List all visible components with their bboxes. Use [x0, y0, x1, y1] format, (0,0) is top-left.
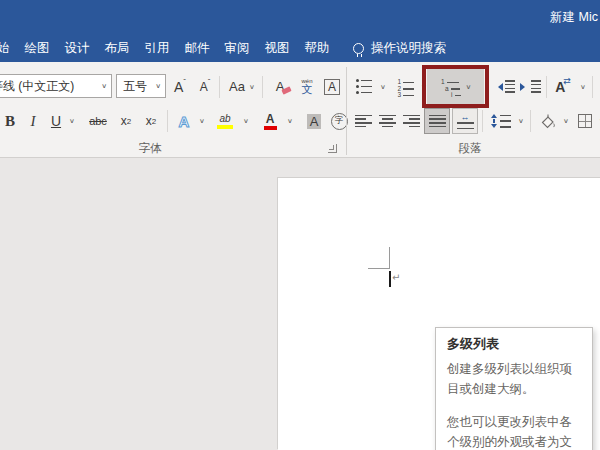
tab-layout[interactable]: 布局 — [97, 40, 137, 57]
word-window: 新建 Mic 开始 绘图 设计 布局 引用 邮件 审阅 视图 帮助 操作说明搜索… — [0, 0, 600, 450]
click-position-guide-horizontal — [368, 268, 390, 269]
tab-design[interactable]: 设计 — [57, 40, 97, 57]
chevron-down-icon: ∨ — [580, 83, 586, 89]
align-center-icon — [379, 115, 396, 128]
divider — [592, 76, 593, 98]
highlight-yellow-bar — [217, 125, 233, 129]
bullet-list-icon — [356, 79, 372, 94]
divider — [167, 110, 168, 132]
superscript-2: 2 — [152, 117, 156, 126]
bullets-button[interactable] — [351, 73, 377, 100]
paragraph-group-label: 段落 — [380, 141, 560, 156]
paint-bucket-icon — [539, 113, 556, 130]
font-color-button[interactable]: A — [258, 107, 282, 135]
group-divider — [346, 67, 347, 155]
grow-font-button[interactable]: A ˆ — [168, 73, 192, 100]
align-center-button[interactable] — [376, 107, 398, 135]
bold-button[interactable]: B — [0, 107, 20, 135]
strikethrough-button[interactable]: abc — [84, 107, 112, 135]
underline-dropdown[interactable]: ∨ — [66, 107, 78, 135]
chevron-down-icon: ∨ — [518, 118, 524, 124]
multilevel-list-tooltip: 多级列表 创建多级列表以组织项目或创建大纲。 您也可以更改列表中各个级别的外观或… — [435, 327, 593, 450]
numbering-button[interactable]: 1 2 3 — [392, 73, 418, 100]
bullets-dropdown[interactable]: ∨ — [377, 73, 389, 100]
ribbon-tab-bar: 开始 绘图 设计 布局 引用 邮件 审阅 视图 帮助 操作说明搜索 — [0, 35, 600, 62]
tab-mailings[interactable]: 邮件 — [177, 40, 217, 57]
tell-me-search[interactable]: 操作说明搜索 — [353, 40, 446, 57]
justify-icon — [429, 115, 446, 128]
paragraph-mark: ↵ — [392, 272, 400, 283]
font-color-dropdown[interactable]: ∨ — [284, 107, 296, 135]
divider — [262, 76, 263, 98]
tab-references[interactable]: 引用 — [137, 40, 177, 57]
clear-formatting-button[interactable]: A — [266, 73, 294, 100]
distribute-lines-icon — [457, 122, 474, 129]
decrease-indent-button[interactable] — [492, 73, 516, 100]
swap-arrows-icon: ⇄ — [563, 76, 571, 86]
chevron-down-icon: ∨ — [563, 118, 569, 124]
underline-button[interactable]: U — [46, 107, 66, 135]
italic-button[interactable]: I — [24, 107, 42, 135]
highlight-dropdown[interactable]: ∨ — [240, 107, 252, 135]
shading-button[interactable] — [534, 107, 560, 135]
borders-dropdown[interactable]: ∨ — [596, 107, 600, 135]
shrink-font-glyph: A — [200, 80, 208, 94]
asian-layout-button[interactable]: A ⇄ — [551, 73, 577, 100]
increase-indent-button[interactable] — [518, 73, 542, 100]
character-border-button[interactable]: A — [320, 73, 344, 100]
line-spacing-lines-icon — [500, 115, 511, 128]
line-spacing-button[interactable] — [487, 107, 515, 135]
caret-down-icon: ˇ — [208, 77, 211, 86]
change-case-button[interactable]: Aa ∨ — [224, 73, 260, 100]
borders-button[interactable] — [574, 107, 596, 135]
text-effects-glyph: A — [179, 113, 190, 130]
numbered-list-icon: 1 2 3 — [396, 79, 414, 94]
tab-draw[interactable]: 绘图 — [17, 40, 57, 57]
shrink-font-button[interactable]: A ˇ — [193, 73, 217, 100]
tab-home[interactable]: 开始 — [0, 40, 17, 57]
annotation-highlight-box — [422, 65, 489, 108]
justify-button[interactable] — [424, 108, 450, 134]
highlight-glyph: ab — [219, 114, 230, 124]
tooltip-paragraph: 您也可以更改列表中各个级别的外观或者为文档中的标题添加编号。 — [447, 413, 581, 450]
character-shading-button[interactable]: A — [302, 107, 326, 135]
bold-glyph: B — [5, 113, 15, 130]
enclose-glyph: 字 — [335, 115, 344, 127]
text-effects-button[interactable]: A — [172, 107, 196, 135]
text-cursor — [389, 271, 391, 287]
chevron-down-icon: ∨ — [380, 83, 386, 89]
horizontal-arrows-icon: ↔ — [461, 113, 470, 122]
font-dialog-launcher-icon[interactable] — [328, 144, 337, 153]
text-effects-dropdown[interactable]: ∨ — [196, 107, 208, 135]
align-left-button[interactable] — [352, 107, 374, 135]
chevron-down-icon: ∨ — [69, 118, 75, 124]
highlight-color-button[interactable]: ab — [212, 107, 238, 135]
chevron-down-icon: ∨ — [243, 118, 249, 124]
italic-glyph: I — [31, 113, 36, 130]
font-size-value: 五号 — [117, 78, 147, 95]
tell-me-label: 操作说明搜索 — [371, 40, 446, 57]
font-color-red-bar — [264, 126, 277, 130]
align-right-button[interactable] — [400, 107, 422, 135]
borders-grid-icon — [578, 114, 592, 128]
font-color-glyph: A — [266, 113, 275, 125]
arrow-left-icon — [494, 83, 503, 91]
font-size-combo[interactable]: 五号 ∨ — [116, 74, 166, 98]
tooltip-title: 多级列表 — [447, 335, 581, 353]
divider — [482, 110, 483, 132]
align-left-icon — [355, 115, 372, 128]
font-name-combo[interactable]: 等线 (中文正文) ∨ — [0, 74, 112, 98]
asian-layout-dropdown[interactable]: ∨ — [577, 73, 589, 100]
tab-view[interactable]: 视图 — [257, 40, 297, 57]
change-case-glyph: Aa — [229, 79, 245, 94]
sort-button[interactable]: A Z ↓ — [596, 73, 600, 100]
tab-help[interactable]: 帮助 — [297, 40, 337, 57]
line-spacing-dropdown[interactable]: ∨ — [515, 107, 527, 135]
superscript-button[interactable]: x2 — [139, 107, 163, 135]
phonetic-guide-button[interactable]: wén 文 — [294, 73, 320, 100]
shading-dropdown[interactable]: ∨ — [560, 107, 572, 135]
distribute-text-button[interactable]: ↔ — [452, 108, 478, 134]
tab-review[interactable]: 审阅 — [217, 40, 257, 57]
subscript-button[interactable]: x2 — [114, 107, 138, 135]
font-name-value: 等线 (中文正文) — [0, 78, 74, 95]
